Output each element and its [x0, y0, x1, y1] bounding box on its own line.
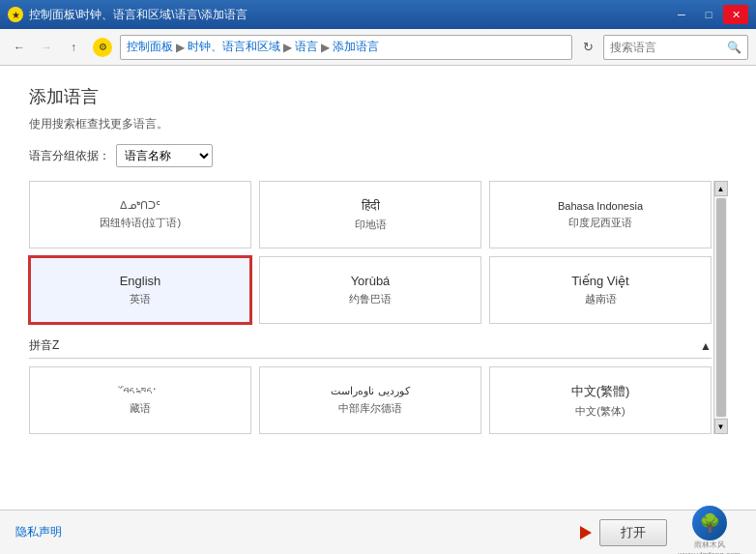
watermark-logo: 🌳: [692, 506, 727, 540]
bottom-right: 打开 🌳 雨林木风www.ylmfeng.com: [580, 506, 741, 554]
page-title: 添加语言: [29, 85, 727, 108]
section-z-label: 拼音Z: [29, 337, 59, 354]
content-area: 添加语言 使用搜索框查找更多语言。 语言分组依据： 语言名称 ᐃᓄᒃᑎᑐᑦ 因纽…: [0, 66, 756, 510]
refresh-button[interactable]: ↻: [576, 36, 599, 59]
title-bar-text: 控制面板\时钟、语言和区域\语言\添加语言: [29, 7, 247, 23]
lang-card-kurdish[interactable]: كوردیی ناوەراست 中部库尔德语: [259, 366, 481, 434]
sort-select[interactable]: 语言名称: [116, 144, 213, 167]
breadcrumb-clock[interactable]: 时钟、语言和区域: [188, 39, 280, 55]
sort-bar: 语言分组依据： 语言名称: [29, 144, 727, 167]
scrollbar: ▲ ▼: [713, 181, 727, 434]
lang-card-english[interactable]: English 英语: [29, 256, 251, 324]
title-bar: ★ 控制面板\时钟、语言和区域\语言\添加语言 ─ □ ✕: [0, 0, 756, 29]
scrollbar-up-button[interactable]: ▲: [714, 181, 728, 196]
top-lang-row: ᐃᓄᒃᑎᑐᑦ 因纽特语(拉丁语) हिंदी 印地语 Bahasa Indone…: [29, 181, 712, 248]
main-content: 添加语言 使用搜索框查找更多语言。 语言分组依据： 语言名称 ᐃᓄᒃᑎᑐᑦ 因纽…: [0, 66, 756, 510]
title-bar-controls: ─ □ ✕: [669, 5, 748, 24]
bottom-lang-row: བོད་སྐད་ 藏语 كوردیی ناوەراست 中部库尔德语 中文(繁體…: [29, 366, 712, 434]
lang-grid-wrapper: ᐃᓄᒃᑎᑐᑦ 因纽特语(拉丁语) हिंदी 印地语 Bahasa Indone…: [29, 181, 727, 434]
middle-lang-row: English 英语 Yorùbá 约鲁巴语 Tiếng Việt 越南语: [29, 256, 712, 324]
folder-icon: ⚙: [93, 38, 112, 57]
lang-card-tibetan[interactable]: བོད་སྐད་ 藏语: [29, 366, 251, 434]
forward-button[interactable]: →: [35, 36, 58, 59]
search-box: 🔍: [603, 35, 748, 60]
scrollbar-thumb[interactable]: [716, 198, 726, 417]
title-bar-left: ★ 控制面板\时钟、语言和区域\语言\添加语言: [8, 7, 247, 23]
breadcrumb-path[interactable]: 控制面板 ▶ 时钟、语言和区域 ▶ 语言 ▶ 添加语言: [120, 35, 572, 60]
search-input[interactable]: [610, 41, 727, 54]
page-subtitle: 使用搜索框查找更多语言。: [29, 116, 727, 132]
up-button[interactable]: ↑: [62, 36, 85, 59]
breadcrumb-language[interactable]: 语言: [295, 39, 318, 55]
lang-card-vietnamese[interactable]: Tiếng Việt 越南语: [489, 256, 712, 324]
breadcrumb-addlang[interactable]: 添加语言: [333, 39, 379, 55]
app-icon: ★: [8, 7, 23, 22]
section-z-collapse-icon[interactable]: ▲: [700, 339, 712, 353]
arrow-indicator: [580, 526, 592, 539]
breadcrumb-controlpanel[interactable]: 控制面板: [127, 39, 173, 55]
address-bar: ← → ↑ ⚙ 控制面板 ▶ 时钟、语言和区域 ▶ 语言 ▶ 添加语言 ↻ 🔍: [0, 29, 756, 66]
section-z-header: 拼音Z ▲: [29, 334, 712, 359]
scrollbar-down-button[interactable]: ▼: [714, 419, 728, 434]
maximize-button[interactable]: □: [696, 5, 721, 24]
search-icon: 🔍: [727, 41, 741, 54]
lang-card-yoruba[interactable]: Yorùbá 约鲁巴语: [259, 256, 481, 324]
minimize-button[interactable]: ─: [669, 5, 694, 24]
close-button[interactable]: ✕: [723, 5, 748, 24]
watermark-text: 雨林木风www.ylmfeng.com: [679, 540, 741, 554]
lang-card-hindi[interactable]: हिंदी 印地语: [259, 181, 481, 248]
lang-card-chinese-traditional[interactable]: 中文(繁體) 中文(繁体): [489, 366, 712, 434]
lang-card-inuktitut[interactable]: ᐃᓄᒃᑎᑐᑦ 因纽特语(拉丁语): [29, 181, 251, 248]
watermark: 🌳 雨林木风www.ylmfeng.com: [679, 506, 741, 554]
back-button[interactable]: ←: [8, 36, 31, 59]
lang-card-indonesian[interactable]: Bahasa Indonesia 印度尼西亚语: [489, 181, 712, 248]
bottom-bar: 隐私声明 打开 🌳 雨林木风www.ylmfeng.com: [0, 510, 756, 554]
privacy-link[interactable]: 隐私声明: [15, 524, 62, 540]
sort-label: 语言分组依据：: [29, 148, 110, 164]
open-button[interactable]: 打开: [599, 519, 667, 546]
